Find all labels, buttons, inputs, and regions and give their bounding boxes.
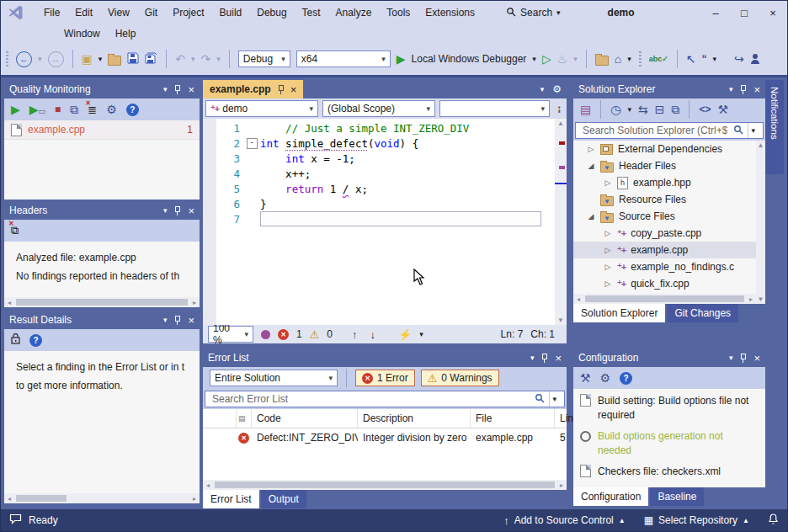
- project-dropdown[interactable]: ⁺+ demo▾: [205, 100, 318, 117]
- errors-toggle-button[interactable]: ✕ 1 Error: [355, 370, 415, 386]
- select-tool-icon[interactable]: ↖: [686, 53, 696, 65]
- close-icon[interactable]: ×: [188, 84, 194, 95]
- menu-debug[interactable]: Debug: [249, 3, 294, 22]
- pin-icon[interactable]: [173, 85, 181, 94]
- horizontal-scrollbar[interactable]: ◂▸: [4, 493, 200, 503]
- notifications-tab[interactable]: Notifications: [765, 80, 784, 174]
- menu-project[interactable]: Project: [165, 3, 211, 22]
- sync-with-active-document-icon[interactable]: ⇆: [638, 104, 648, 115]
- error-row[interactable]: ✕Defect:INT_ZERO_DIVInteger division by …: [203, 428, 567, 447]
- hot-reload-button[interactable]: ♨: [557, 53, 568, 65]
- run-file-analysis-icon[interactable]: ▶▭: [29, 104, 45, 115]
- pin-icon[interactable]: [739, 85, 747, 94]
- stop-analysis-icon[interactable]: ■: [55, 104, 61, 114]
- window-position-icon[interactable]: ▾: [163, 207, 168, 215]
- tab-output[interactable]: Output: [261, 490, 306, 508]
- solution-explorer-titlebar[interactable]: Solution Explorer ▾ ×: [573, 80, 765, 98]
- close-icon[interactable]: ×: [753, 353, 760, 364]
- copy-results-icon[interactable]: ⧉: [70, 104, 78, 115]
- expander-collapsed-icon[interactable]: ▷: [587, 145, 595, 153]
- horizontal-scrollbar[interactable]: ◂▸: [573, 294, 756, 304]
- code-editor[interactable]: ▲ ▼ 1 // Just a simple INT_ZERO_DIV2-int…: [203, 119, 567, 325]
- menu-file[interactable]: File: [36, 3, 67, 22]
- editor-error-count[interactable]: 1: [296, 328, 302, 340]
- view-code-icon[interactable]: <>: [699, 104, 711, 115]
- start-debug-button[interactable]: Local Windows Debugger: [412, 53, 527, 65]
- close-icon[interactable]: ×: [188, 315, 194, 326]
- start-without-debug-button[interactable]: ▷: [542, 53, 551, 65]
- chevron-down-icon[interactable]: ▾: [713, 56, 717, 63]
- pin-icon[interactable]: [739, 354, 747, 363]
- menu-analyze[interactable]: Analyze: [328, 3, 380, 22]
- navigate-forward-button[interactable]: →: [48, 51, 64, 67]
- add-to-source-control-button[interactable]: ↑ Add to Source Control ▲: [503, 514, 626, 527]
- pin-icon[interactable]: [277, 85, 285, 94]
- properties-wrench-icon[interactable]: ⚒: [717, 104, 728, 115]
- expander-expanded-icon[interactable]: ◢: [587, 162, 595, 170]
- code-cleanup-icon[interactable]: ⚡: [398, 328, 412, 341]
- window-position-icon[interactable]: ▾: [163, 86, 168, 93]
- next-issue-arrow-icon[interactable]: ↓: [370, 328, 376, 341]
- chevron-down-icon[interactable]: ▾: [627, 56, 631, 63]
- tab-solution-explorer[interactable]: Solution Explorer: [573, 304, 665, 322]
- error-list-search[interactable]: ▾: [205, 391, 565, 407]
- lock-icon[interactable]: [11, 333, 20, 347]
- switch-views-icon[interactable]: ▤: [580, 104, 591, 115]
- menu-git[interactable]: Git: [137, 3, 165, 22]
- severity-column-icon[interactable]: ▤: [237, 409, 252, 428]
- tab-configuration[interactable]: Configuration: [573, 487, 648, 506]
- close-icon[interactable]: ×: [555, 353, 562, 364]
- close-icon[interactable]: ×: [290, 84, 297, 95]
- search-input[interactable]: [210, 392, 530, 406]
- code-line-4[interactable]: 4 x++;: [203, 166, 567, 181]
- chevron-down-icon[interactable]: ▾: [419, 331, 423, 338]
- properties-pages-icon[interactable]: ⧉: [671, 104, 679, 115]
- save-button[interactable]: [127, 52, 139, 66]
- pin-icon[interactable]: [173, 206, 181, 215]
- menu-extensions[interactable]: Extensions: [418, 3, 482, 22]
- column-header-description[interactable]: Description: [358, 409, 471, 428]
- editor-options-gear-icon[interactable]: ⚙: [552, 83, 562, 95]
- tree-item-copy-paste-cpp[interactable]: ▷⁺+copy_paste.cpp: [573, 225, 756, 242]
- column-indicator[interactable]: Ch: 1: [530, 328, 555, 340]
- tab-baseline[interactable]: Baseline: [650, 487, 704, 506]
- edit-config-wrench-icon[interactable]: ⚒: [580, 372, 591, 384]
- fold-collapse-icon[interactable]: -: [243, 138, 260, 149]
- tree-item-source-files[interactable]: ◢Source Files: [573, 208, 756, 225]
- expander-collapsed-icon[interactable]: ▷: [604, 229, 612, 237]
- search-icon[interactable]: [733, 125, 743, 137]
- menu-edit[interactable]: Edit: [67, 3, 100, 22]
- close-button[interactable]: ×: [759, 2, 787, 24]
- find-in-files-button[interactable]: [595, 56, 609, 66]
- spell-check-button[interactable]: abc✓: [649, 55, 668, 63]
- collapse-all-icon[interactable]: ⊟: [655, 104, 665, 115]
- error-list-titlebar[interactable]: Error List ▾ ×: [203, 348, 567, 367]
- tree-item-resource-files[interactable]: Resource Files: [573, 191, 756, 208]
- maximize-button[interactable]: □: [730, 2, 759, 24]
- search-input[interactable]: [581, 124, 729, 137]
- undo-button[interactable]: ↶: [175, 53, 185, 65]
- expander-collapsed-icon[interactable]: ▷: [604, 246, 612, 254]
- tab-git-changes[interactable]: Git Changes: [667, 304, 738, 322]
- clear-results-icon[interactable]: ≣✕: [88, 104, 97, 116]
- run-analysis-icon[interactable]: ▶: [11, 104, 20, 115]
- chevron-down-icon[interactable]: ▾: [552, 396, 556, 403]
- chevron-down-icon[interactable]: ▾: [532, 56, 536, 63]
- menu-test[interactable]: Test: [295, 3, 328, 22]
- previous-issue-arrow-icon[interactable]: ↑: [352, 328, 358, 341]
- save-all-button[interactable]: [145, 52, 157, 66]
- fold-minus-box[interactable]: -: [247, 138, 258, 149]
- tree-item-example-cpp[interactable]: ▷⁺+example.cpp: [573, 242, 756, 258]
- column-header-file[interactable]: File: [471, 409, 555, 428]
- tree-item-header-files[interactable]: ◢Header Files: [573, 157, 756, 174]
- tree-item-example-hpp[interactable]: ▷hexample.hpp: [573, 174, 756, 191]
- settings-gear-icon[interactable]: ⚙: [600, 372, 611, 384]
- solution-platforms-dropdown[interactable]: x64▾: [296, 51, 391, 67]
- horizontal-scrollbar[interactable]: ◂▸: [4, 297, 200, 307]
- menu-tools[interactable]: Tools: [379, 3, 418, 22]
- code-line-2[interactable]: 2-int simple_defect(void) {: [203, 136, 567, 151]
- chevron-down-icon[interactable]: ▾: [98, 56, 103, 63]
- toolbar-grip[interactable]: [639, 51, 642, 66]
- quality-monitoring-titlebar[interactable]: Quality Monitoring ▾ ×: [4, 80, 200, 98]
- window-position-icon[interactable]: ▾: [530, 354, 535, 362]
